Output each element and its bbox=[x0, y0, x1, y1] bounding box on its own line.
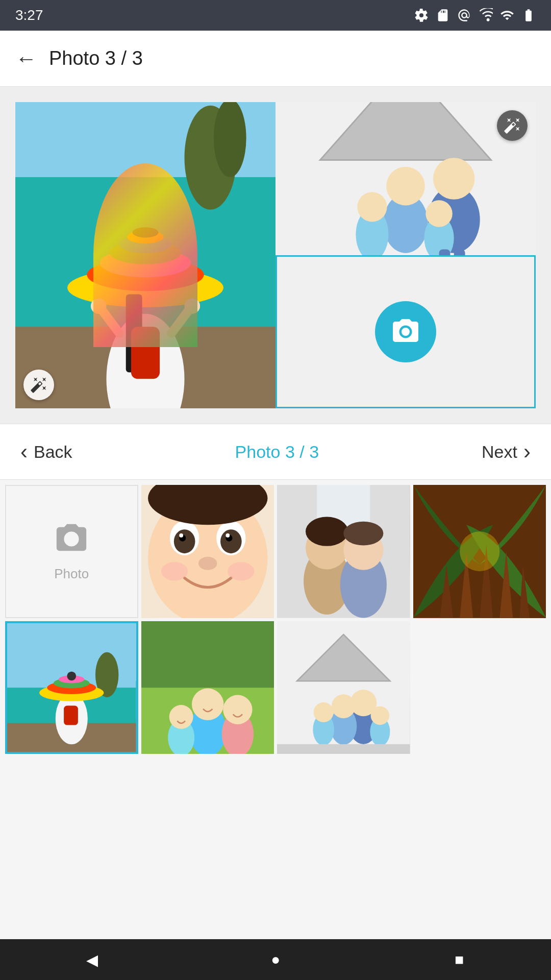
photo-counter-label: Photo 3 / 3 bbox=[235, 442, 319, 462]
add-photo-label: Photo bbox=[54, 566, 89, 582]
settings-icon bbox=[414, 8, 429, 22]
status-bar: 3:27 bbox=[0, 0, 551, 31]
svg-line-14 bbox=[100, 307, 119, 333]
status-time: 3:27 bbox=[15, 7, 43, 23]
magic-wand-icon-2 bbox=[504, 117, 521, 134]
svg-point-41 bbox=[220, 529, 241, 553]
svg-point-9 bbox=[110, 241, 181, 264]
next-arrow-icon: › bbox=[523, 439, 531, 464]
back-label: Back bbox=[34, 442, 72, 462]
svg-point-12 bbox=[133, 227, 159, 237]
next-button[interactable]: Next › bbox=[482, 439, 531, 464]
collage-slot-1[interactable] bbox=[15, 102, 276, 408]
photo-grid: Photo bbox=[0, 480, 551, 759]
svg-point-11 bbox=[127, 231, 163, 244]
svg-point-69 bbox=[67, 671, 76, 680]
svg-rect-1 bbox=[15, 177, 276, 340]
svg-point-57 bbox=[343, 522, 383, 546]
top-bar: ← Photo 3 / 3 bbox=[0, 31, 551, 87]
back-button[interactable]: ‹ Back bbox=[20, 439, 72, 464]
bottom-nav: ◀ ● ■ bbox=[0, 939, 551, 980]
svg-point-25 bbox=[433, 158, 475, 200]
svg-point-7 bbox=[87, 258, 204, 291]
svg-point-8 bbox=[100, 249, 191, 277]
svg-point-44 bbox=[179, 533, 183, 537]
nav-bar: ‹ Back Photo 3 / 3 Next › bbox=[0, 424, 551, 480]
home-nav-button[interactable]: ● bbox=[260, 944, 291, 975]
at-icon bbox=[457, 8, 471, 22]
svg-rect-18 bbox=[131, 327, 160, 379]
svg-point-45 bbox=[226, 533, 230, 537]
collage-slot-2[interactable] bbox=[276, 102, 536, 255]
svg-point-40 bbox=[173, 529, 195, 553]
edit-icon-slot2[interactable] bbox=[497, 110, 528, 141]
add-photo-button[interactable] bbox=[375, 301, 436, 362]
svg-point-10 bbox=[119, 235, 171, 253]
collage-canvas bbox=[15, 102, 536, 408]
grid-photo-family-indoor[interactable] bbox=[277, 621, 410, 754]
grid-photo-child[interactable] bbox=[141, 485, 274, 618]
recent-nav-button[interactable]: ■ bbox=[444, 944, 474, 975]
back-arrow-button[interactable]: ← bbox=[15, 48, 37, 69]
svg-rect-32 bbox=[439, 249, 450, 255]
grid-photo-couple[interactable] bbox=[277, 485, 410, 618]
edit-icon-slot1[interactable] bbox=[23, 370, 54, 400]
battery-icon bbox=[521, 8, 536, 22]
svg-point-79 bbox=[169, 705, 193, 729]
back-arrow-icon: ‹ bbox=[20, 439, 28, 464]
svg-point-27 bbox=[386, 167, 425, 206]
svg-point-56 bbox=[306, 517, 348, 546]
svg-point-4 bbox=[214, 102, 246, 177]
add-photo-grid-item[interactable]: Photo bbox=[5, 485, 138, 618]
grid-photo-beach[interactable] bbox=[5, 621, 138, 754]
svg-point-46 bbox=[198, 557, 217, 570]
svg-point-77 bbox=[223, 695, 252, 724]
signal-icon bbox=[500, 8, 514, 22]
sd-card-icon bbox=[436, 8, 450, 22]
svg-point-87 bbox=[314, 702, 334, 722]
svg-point-16 bbox=[91, 298, 107, 314]
svg-point-75 bbox=[191, 688, 223, 720]
page-title: Photo 3 / 3 bbox=[49, 47, 143, 69]
collage-slot-3[interactable] bbox=[276, 255, 536, 408]
svg-point-89 bbox=[371, 706, 389, 724]
grid-photo-family-outdoor[interactable] bbox=[141, 621, 274, 754]
wifi-icon bbox=[479, 8, 493, 22]
svg-point-48 bbox=[228, 562, 254, 580]
svg-point-47 bbox=[161, 562, 188, 580]
back-nav-button[interactable]: ◀ bbox=[77, 944, 107, 975]
svg-rect-90 bbox=[277, 744, 410, 754]
next-label: Next bbox=[482, 442, 517, 462]
magic-wand-icon-1 bbox=[30, 376, 47, 394]
canvas-wrapper bbox=[0, 87, 551, 424]
status-icons bbox=[414, 8, 536, 22]
camera-grid-icon bbox=[54, 521, 89, 559]
svg-rect-33 bbox=[454, 249, 465, 255]
svg-point-31 bbox=[425, 200, 452, 227]
camera-icon bbox=[390, 316, 421, 347]
svg-point-29 bbox=[357, 192, 387, 222]
grid-photo-hands[interactable] bbox=[413, 485, 546, 618]
svg-rect-70 bbox=[64, 705, 78, 725]
svg-point-59 bbox=[460, 531, 499, 571]
svg-point-17 bbox=[185, 298, 201, 314]
svg-line-15 bbox=[171, 307, 191, 333]
svg-point-85 bbox=[332, 694, 356, 718]
